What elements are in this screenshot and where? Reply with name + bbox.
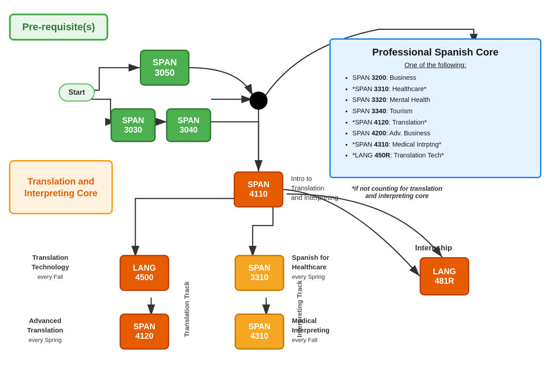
start-pill: Start <box>59 83 95 101</box>
span4310-box: SPAN4310 <box>235 314 284 350</box>
lang481r-label: LANG481R <box>433 267 456 286</box>
list-item: SPAN 3320: Mental Health <box>352 94 531 106</box>
merge-dot <box>249 92 268 110</box>
span3310-box: SPAN3310 <box>235 255 284 291</box>
span3050-box: SPAN3050 <box>140 50 189 86</box>
list-item: SPAN 3200: Business <box>352 72 531 83</box>
translation-tech-label: TranslationTechnologyevery Fall <box>32 253 69 281</box>
spanish-healthcare-label: Spanish forHealthcareevery Spring <box>292 253 329 281</box>
translation-core-label: Translation andInterpreting Core <box>24 175 97 199</box>
asterisk-note: *if not counting for translationand inte… <box>329 185 465 199</box>
list-item: *LANG 450R: Translation Tech* <box>352 150 531 161</box>
advanced-translation-label: AdvancedTranslationevery Spring <box>27 316 63 344</box>
list-item: *SPAN 4120: Translation* <box>352 117 531 128</box>
list-item: *SPAN 3310: Healthcare* <box>352 83 531 95</box>
list-item: SPAN 3340: Tourism <box>352 106 531 117</box>
span4310-label: SPAN4310 <box>249 322 271 341</box>
internship-label: Internship <box>415 244 452 253</box>
prof-core-subtitle: One of the following: <box>340 61 531 69</box>
prereq-label: Pre-requisite(s) <box>22 21 95 33</box>
span3040-box: SPAN3040 <box>166 108 211 142</box>
span3030-label: SPAN3030 <box>122 116 144 135</box>
span4120-box: SPAN4120 <box>120 314 169 350</box>
lang4500-label: LANG4500 <box>133 263 156 282</box>
lang481r-box: LANG481R <box>420 257 469 295</box>
lang4500-box: LANG4500 <box>120 255 169 291</box>
list-item: *SPAN 4310: Medical Intrptng* <box>352 139 531 150</box>
medical-interpreting-label: MedicalInterpretingevery Fall <box>292 316 329 344</box>
span4110-box: SPAN4110 <box>234 171 283 208</box>
prof-core-title: Professional Spanish Core <box>340 46 531 58</box>
translation-track-label: Translation Track <box>183 250 190 368</box>
prof-core-list: SPAN 3200: Business *SPAN 3310: Healthca… <box>340 72 531 161</box>
span3050-label: SPAN3050 <box>152 57 177 78</box>
diagram: Pre-requisite(s) Start SPAN3050 SPAN3030… <box>0 0 559 392</box>
start-label: Start <box>69 88 85 97</box>
prereq-box: Pre-requisite(s) <box>9 14 108 41</box>
translation-core-box: Translation andInterpreting Core <box>9 160 113 214</box>
span3030-box: SPAN3030 <box>111 108 156 142</box>
span3040-label: SPAN3040 <box>178 116 200 135</box>
span4110-label: SPAN4110 <box>248 180 270 199</box>
span4120-label: SPAN4120 <box>134 322 156 341</box>
professional-core-box: Professional Spanish Core One of the fol… <box>329 38 541 178</box>
list-item: SPAN 4200: Adv. Business <box>352 128 531 139</box>
span3310-label: SPAN3310 <box>249 263 271 282</box>
